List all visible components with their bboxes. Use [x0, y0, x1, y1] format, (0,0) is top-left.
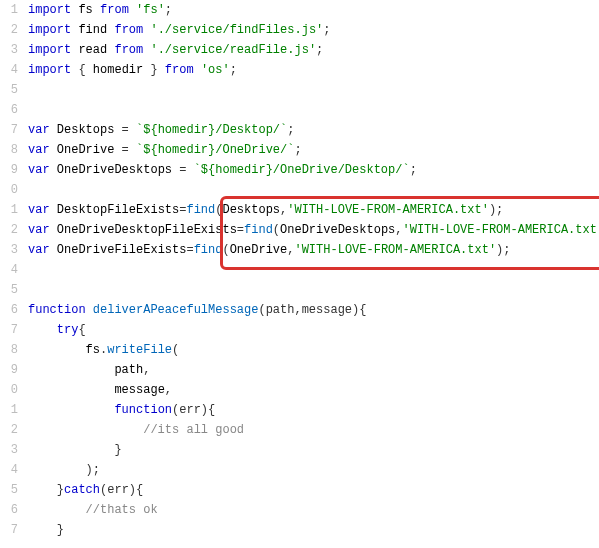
- line-number-gutter: 1 2 3 4 5 6 7 8 9 0 1 2 3 4 5 6 7 8 9 0 …: [0, 0, 24, 548]
- code-line: [28, 260, 599, 280]
- line-number: 1: [0, 200, 18, 220]
- code-line: fs.writeFile(: [28, 340, 599, 360]
- line-number: 7: [0, 320, 18, 340]
- code-line: var Desktops = `${homedir}/Desktop/`;: [28, 120, 599, 140]
- code-line: try{: [28, 320, 599, 340]
- code-line: var DesktopFileExists=find(Desktops,'WIT…: [28, 200, 599, 220]
- code-line: import fs from 'fs';: [28, 0, 599, 20]
- line-number: 3: [0, 240, 18, 260]
- code-line: var OneDriveDesktopFileExists=find(OneDr…: [28, 220, 599, 240]
- code-line: [28, 180, 599, 200]
- code-line: [28, 100, 599, 120]
- code-line: function(err){: [28, 400, 599, 420]
- line-number: 6: [0, 500, 18, 520]
- code-content-area[interactable]: import fs from 'fs'; import find from '.…: [24, 0, 599, 548]
- code-line: //thats ok: [28, 500, 599, 520]
- line-number: 2: [0, 220, 18, 240]
- code-line: }: [28, 520, 599, 540]
- line-number: 4: [0, 460, 18, 480]
- line-number: 5: [0, 80, 18, 100]
- line-number: 6: [0, 100, 18, 120]
- code-line: path,: [28, 360, 599, 380]
- line-number: 4: [0, 60, 18, 80]
- code-line: }catch(err){: [28, 480, 599, 500]
- line-number: 7: [0, 520, 18, 540]
- line-number: 2: [0, 420, 18, 440]
- line-number: 3: [0, 440, 18, 460]
- code-line: [28, 280, 599, 300]
- code-line: message,: [28, 380, 599, 400]
- line-number: 1: [0, 0, 18, 20]
- line-number: 9: [0, 360, 18, 380]
- code-line: import read from './service/readFile.js'…: [28, 40, 599, 60]
- line-number: 8: [0, 340, 18, 360]
- line-number: 5: [0, 280, 18, 300]
- line-number: 4: [0, 260, 18, 280]
- line-number: 3: [0, 40, 18, 60]
- code-line: var OneDriveDesktops = `${homedir}/OneDr…: [28, 160, 599, 180]
- line-number: 0: [0, 180, 18, 200]
- line-number: 0: [0, 380, 18, 400]
- code-line: //its all good: [28, 420, 599, 440]
- line-number: 9: [0, 160, 18, 180]
- line-number: 1: [0, 400, 18, 420]
- line-number: 6: [0, 300, 18, 320]
- code-line: import { homedir } from 'os';: [28, 60, 599, 80]
- code-line: var OneDriveFileExists=find(OneDrive,'WI…: [28, 240, 599, 260]
- code-line: );: [28, 460, 599, 480]
- code-line: }: [28, 440, 599, 460]
- line-number: 5: [0, 480, 18, 500]
- code-line: import find from './service/findFiles.js…: [28, 20, 599, 40]
- code-line: [28, 80, 599, 100]
- line-number: 7: [0, 120, 18, 140]
- code-line: function deliverAPeacefulMessage(path,me…: [28, 300, 599, 320]
- line-number: 2: [0, 20, 18, 40]
- line-number: 8: [0, 140, 18, 160]
- code-line: var OneDrive = `${homedir}/OneDrive/`;: [28, 140, 599, 160]
- code-editor: 1 2 3 4 5 6 7 8 9 0 1 2 3 4 5 6 7 8 9 0 …: [0, 0, 599, 548]
